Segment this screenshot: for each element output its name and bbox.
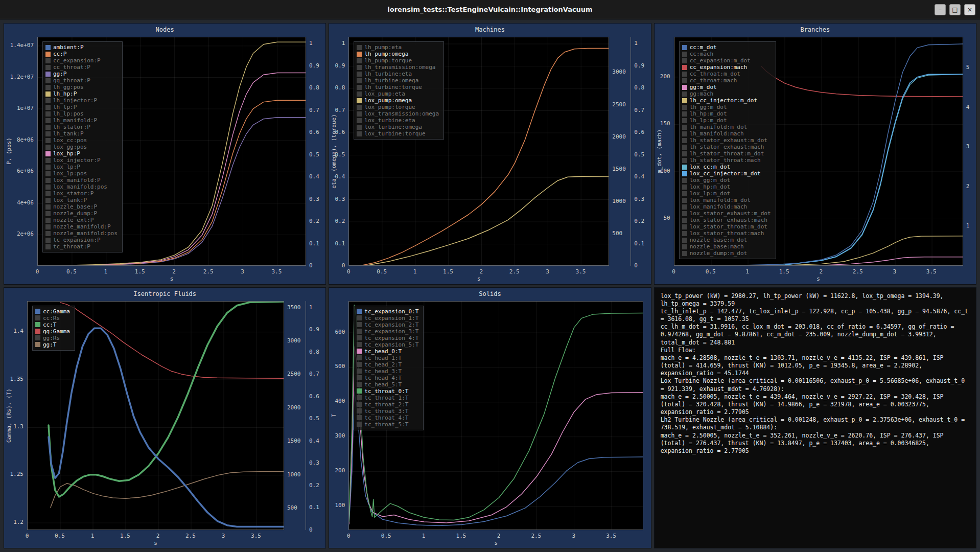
legend-item[interactable]: lh_gg:m_dot (682, 104, 771, 110)
legend-item[interactable]: lox_lp:P (45, 164, 118, 170)
legend-item[interactable]: lox_transmission:omega (357, 110, 439, 117)
legend-item[interactable]: cc_expansion:P (45, 57, 118, 64)
legend-item[interactable]: nozzle_base:mach (682, 243, 771, 250)
legend-item[interactable]: lh_transmission:omega (357, 64, 439, 71)
legend-item[interactable]: lox_stator_exhaust:m_dot (682, 210, 771, 217)
minimize-button[interactable]: – (935, 4, 946, 15)
legend-item[interactable]: lh_pump:omega (357, 51, 439, 57)
legend-item[interactable]: tc_throat_5:T (357, 421, 418, 428)
legend-item[interactable]: gg:Gamma (35, 328, 70, 335)
legend-item[interactable]: tc_head_1:T (357, 355, 418, 361)
legend-item[interactable]: tc_expansion_5:T (357, 341, 418, 348)
legend-item[interactable]: nozzle_dump:P (45, 210, 118, 217)
legend-item[interactable]: lox_pump:torque (357, 104, 439, 110)
legend-item[interactable]: tc_head_4:T (357, 375, 418, 381)
legend-item[interactable]: nozzle_base:m_dot (682, 237, 771, 243)
legend-item[interactable]: tc_throat_2:T (357, 401, 418, 408)
legend-item[interactable]: lox_lp:m_dot (682, 190, 771, 197)
legend-item[interactable]: tc_head_5:T (357, 381, 418, 388)
titlebar[interactable]: lorensim_tests::TestEngineVulcain::Integ… (0, 0, 980, 19)
legend-item[interactable]: lh_turbine:torque (357, 84, 439, 90)
legend-item[interactable]: lh_stator:P (45, 124, 118, 130)
legend-item[interactable]: cc:P (45, 51, 118, 57)
legend-item[interactable]: lh_stator_exhaust:m_dot (682, 137, 771, 144)
legend-item[interactable]: lh_stator_throat:m_dot (682, 150, 771, 157)
legend-item[interactable]: tc_head_2:T (357, 361, 418, 368)
legend-item[interactable]: gg:Rs (35, 335, 70, 341)
legend-item[interactable]: tc_head_3:T (357, 368, 418, 375)
legend-item[interactable]: cc:m_dot (682, 44, 771, 51)
legend-item[interactable]: nozzle_base:P (45, 203, 118, 210)
legend-item[interactable]: lh_manifold:m_dot (682, 124, 771, 130)
legend-item[interactable]: tc_expansion_0:T (357, 308, 418, 315)
legend-item[interactable]: lox_pump:eta (357, 90, 439, 97)
legend-item[interactable]: cc:T (35, 321, 70, 328)
legend-item[interactable]: cc_throat:P (45, 64, 118, 71)
legend-item[interactable]: lh_cc_injector:m_dot (682, 97, 771, 104)
legend-item[interactable]: lh_stator_throat:mach (682, 157, 771, 164)
legend-item[interactable]: lh_hp:P (45, 90, 118, 97)
legend-item[interactable]: lox_stator_exhaust:mach (682, 217, 771, 223)
legend-item[interactable]: tc_expansion_2:T (357, 321, 418, 328)
legend-item[interactable]: tc_throat_4:T (357, 415, 418, 421)
legend-item[interactable]: lh_lp:m_dot (682, 117, 771, 124)
legend-item[interactable]: lox_stator:P (45, 190, 118, 197)
legend-item[interactable]: lox_turbine:omega (357, 124, 439, 130)
legend-item[interactable]: nozzle_ext:P (45, 217, 118, 223)
legend-item[interactable]: lh_turbine:omega (357, 77, 439, 84)
legend-item[interactable]: lh_lp:P (45, 104, 118, 110)
legend-item[interactable]: cc_expansion:mach (682, 64, 771, 71)
legend-item[interactable]: lh_injector:P (45, 97, 118, 104)
legend-item[interactable]: lox_stator_throat:mach (682, 230, 771, 237)
legend-item[interactable]: cc:mach (682, 51, 771, 57)
legend-item[interactable]: cc:Rs (35, 315, 70, 321)
legend-item[interactable]: lox_turbine:eta (357, 117, 439, 124)
legend-item[interactable]: tc_throat_3:T (357, 408, 418, 415)
legend-item[interactable]: tc_throat_1:T (357, 395, 418, 401)
legend-item[interactable]: lh_pump:torque (357, 57, 439, 64)
legend-item[interactable]: lox_hp:P (45, 150, 118, 157)
close-button[interactable]: × (964, 4, 975, 15)
legend-item[interactable]: lh_tank:P (45, 130, 118, 137)
legend-item[interactable]: tc_expansion_3:T (357, 328, 418, 335)
maximize-button[interactable]: □ (949, 4, 961, 15)
legend-item[interactable]: nozzle_dump:m_dot (682, 250, 771, 257)
legend-item[interactable]: lox_cc_injector:m_dot (682, 170, 771, 177)
legend-item[interactable]: lh_manifold:P (45, 117, 118, 124)
legend-item[interactable]: lh_pump:eta (357, 44, 439, 51)
legend-item[interactable]: cc_throat:m_dot (682, 71, 771, 77)
legend-item[interactable]: gg:mach (682, 90, 771, 97)
legend-item[interactable]: gg:T (35, 341, 70, 348)
legend-item[interactable]: lox_gg:m_dot (682, 177, 771, 183)
legend-item[interactable]: lox_pump:omega (357, 97, 439, 104)
legend-item[interactable]: gg_throat:P (45, 77, 118, 84)
legend-item[interactable]: lox_cc:pos (45, 137, 118, 144)
legend-item[interactable]: lox_manifold:pos (45, 183, 118, 190)
legend-item[interactable]: nozzle_manifold:P (45, 223, 118, 230)
legend-item[interactable]: lh_lp:pos (45, 110, 118, 117)
legend-item[interactable]: cc:Gamma (35, 308, 70, 315)
legend-item[interactable]: tc_throat_0:T (357, 388, 418, 395)
legend-item[interactable]: lox_manifold:mach (682, 203, 771, 210)
legend-item[interactable]: tc_expansion:P (45, 237, 118, 243)
legend-item[interactable]: lox_manifold:m_dot (682, 197, 771, 203)
legend-item[interactable]: tc_head_0:T (357, 348, 418, 355)
legend-item[interactable]: lox_gg:pos (45, 144, 118, 150)
legend-item[interactable]: lox_cc:m_dot (682, 164, 771, 170)
legend-item[interactable]: lox_manifold:P (45, 177, 118, 183)
legend-item[interactable]: gg:P (45, 71, 118, 77)
legend-item[interactable]: tc_throat:P (45, 243, 118, 250)
legend-item[interactable]: tc_expansion_4:T (357, 335, 418, 341)
legend-item[interactable]: lox_stator_throat:m_dot (682, 223, 771, 230)
legend-item[interactable]: cc_throat:mach (682, 77, 771, 84)
legend-item[interactable]: tc_expansion_1:T (357, 315, 418, 321)
legend-item[interactable]: lox_tank:P (45, 197, 118, 203)
legend-item[interactable]: lox_hp:m_dot (682, 183, 771, 190)
legend-item[interactable]: lh_stator_exhaust:mach (682, 144, 771, 150)
legend-item[interactable]: lox_lp:pos (45, 170, 118, 177)
legend-item[interactable]: cc_expansion:m_dot (682, 57, 771, 64)
legend-item[interactable]: lox_injector:P (45, 157, 118, 164)
legend-item[interactable]: ambient:P (45, 44, 118, 51)
legend-item[interactable]: lh_manifold:mach (682, 130, 771, 137)
legend-item[interactable]: gg:m_dot (682, 84, 771, 90)
